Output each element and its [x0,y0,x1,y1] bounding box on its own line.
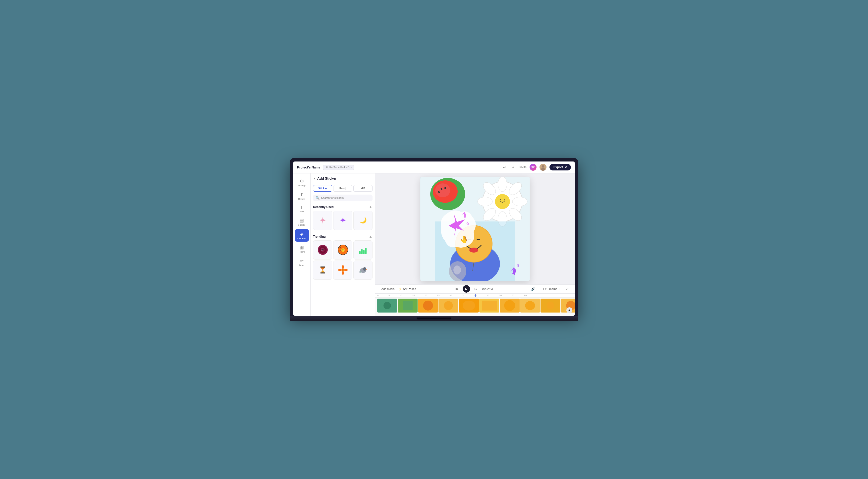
subtitle-icon: ▤ [300,218,304,223]
collapse-icon-trending[interactable]: ▲ [369,234,373,239]
playhead[interactable] [475,294,475,297]
sticker-cell-sparkle1[interactable] [313,211,332,230]
sk-initials: SK [531,166,535,169]
split-video-button[interactable]: ⚡ Split Video [398,287,416,291]
resolution-badge[interactable]: 🖥 YouTube Full HD ▾ [323,165,354,170]
upload-label: Upload [298,198,305,200]
sticker-bird[interactable] [353,260,373,280]
track-thumb-4 [438,298,458,313]
expand-icon[interactable]: ⤢ [564,285,571,292]
svg-text:HI HI: HI HI [338,248,341,250]
svg-point-39 [477,197,493,206]
tab-emoji[interactable]: Emoji [333,185,352,192]
search-box[interactable]: 🔍 [313,195,373,201]
svg-point-70 [444,301,453,310]
undo-redo-group: ↩ ↪ [501,164,516,171]
svg-rect-16 [361,249,363,254]
skip-back-button[interactable]: ⏮ [453,285,460,292]
sticker-vinyl[interactable]: PSYC LPS [313,241,332,259]
sticker-flower[interactable] [333,260,352,280]
section-header-trending: Trending ▲ [313,234,373,239]
collapse-icon-recent[interactable]: ▲ [369,205,373,209]
timeline-track [375,297,575,314]
resolution-label: YouTube Full HD [329,166,349,169]
trending-section: Trending ▲ [311,233,375,281]
recently-used-grid: 🌙 [313,211,373,230]
svg-point-26 [344,269,348,271]
timeline-ruler: 0 5 10 15 20 25 30 35 40 45 50 [375,294,575,297]
svg-point-80 [547,302,554,309]
export-button[interactable]: Export ↗ [550,164,571,170]
minus-icon[interactable]: − [541,287,542,290]
sticker-cell-moon[interactable]: 🌙 [353,211,373,230]
filters-label: Filters [299,251,305,253]
volume-button[interactable]: 🔊 [530,285,537,292]
svg-point-25 [338,269,342,271]
sidebar-item-draw[interactable]: ✏ Draw [295,256,309,268]
back-button[interactable]: ‹ [314,177,315,181]
sidebar-item-text[interactable]: T Text [295,203,309,215]
svg-point-50 [435,183,450,197]
sidebar: ⚙ Settings ⬆ Upload T Text ▤ [293,173,311,316]
svg-text:HI HI: HI HI [338,250,341,251]
svg-point-47 [504,199,505,200]
sidebar-item-upload[interactable]: ⬆ Upload [295,190,309,202]
fit-timeline-label: Fit Timeline [543,287,557,290]
svg-point-30 [363,267,366,271]
svg-point-57 [456,226,492,262]
settings-label: Settings [298,184,306,187]
tab-sticker[interactable]: Sticker [313,185,332,192]
skip-forward-button[interactable]: ⏭ [472,285,479,292]
search-input[interactable] [321,196,370,199]
elements-icon: ◈ [300,231,304,237]
track-thumb-7 [500,298,520,313]
filters-icon: ▦ [300,245,304,250]
topbar-right: ↩ ↪ Invite SK [501,164,571,171]
sticker-cell-sparkle2[interactable] [333,211,352,230]
svg-text:😊: 😊 [341,248,345,252]
svg-point-46 [500,199,501,200]
video-canvas [420,177,530,281]
play-button[interactable]: ▶ [463,285,470,293]
sticker-hourglass[interactable] [313,260,332,280]
svg-text:LPS: LPS [321,250,323,251]
invite-button[interactable]: Invite [519,165,527,169]
sidebar-item-subtitle[interactable]: ▤ Subtitle [295,216,309,228]
panel: ‹ Add Sticker Sticker Emoji Gif 🔍 [311,173,375,316]
elements-label: Elements [297,237,307,240]
svg-text:HI HI: HI HI [338,247,341,248]
sidebar-item-elements[interactable]: ◈ Elements [295,229,309,242]
add-track-button[interactable]: + [566,307,572,313]
track-thumb-1 [377,298,397,313]
svg-point-24 [342,271,344,275]
sidebar-item-settings[interactable]: ⚙ Settings [295,177,309,189]
subtitle-label: Subtitle [298,224,305,226]
sidebar-item-filters[interactable]: ▦ Filters [295,243,309,255]
plus-icon[interactable]: + [558,287,560,290]
timeline: 0 5 10 15 20 25 30 35 40 45 50 [375,293,575,316]
svg-point-78 [525,301,535,310]
panel-title: Add Sticker [317,177,337,181]
fit-timeline: − Fit Timeline + [541,287,560,290]
svg-point-1 [542,165,544,168]
sticker-chart[interactable] [353,241,373,259]
recently-used-title: Recently Used [313,205,334,209]
svg-point-68 [423,300,433,311]
laptop-container: Project's Name 🖥 YouTube Full HD ▾ ↩ ↪ I… [290,158,578,321]
canvas-viewport: 🤚 [375,173,575,284]
svg-point-58 [469,248,478,253]
svg-rect-66 [403,301,412,310]
svg-point-28 [342,269,344,271]
chevron-down-icon: ▾ [350,166,352,169]
svg-rect-74 [482,300,497,311]
add-media-button[interactable]: + Add Media [379,287,395,290]
split-video-label: Split Video [403,287,416,290]
sticker-smiley[interactable]: 😊 HI HI HI HI HI HI [333,241,352,259]
search-icon: 🔍 [315,196,319,200]
topbar: Project's Name 🖥 YouTube Full HD ▾ ↩ ↪ I… [293,161,575,173]
tab-gif[interactable]: Gif [353,185,373,192]
redo-button[interactable]: ↪ [509,164,516,171]
svg-point-21 [322,270,324,273]
undo-button[interactable]: ↩ [501,164,508,171]
svg-rect-17 [363,250,365,254]
